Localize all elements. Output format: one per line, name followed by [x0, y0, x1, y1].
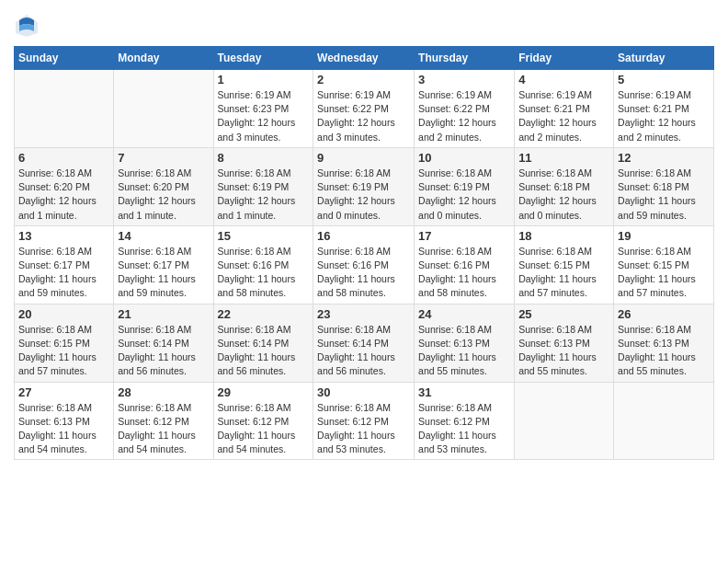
day-info: Sunrise: 6:19 AM Sunset: 6:22 PM Dayligh…: [418, 88, 510, 144]
day-info: Sunrise: 6:18 AM Sunset: 6:12 PM Dayligh…: [218, 401, 310, 457]
day-number: 19: [618, 229, 710, 243]
calendar-week-row: 27Sunrise: 6:18 AM Sunset: 6:13 PM Dayli…: [15, 382, 714, 460]
calendar-day-cell: [614, 382, 714, 460]
calendar-day-cell: 18Sunrise: 6:18 AM Sunset: 6:15 PM Dayli…: [515, 225, 614, 304]
day-info: Sunrise: 6:18 AM Sunset: 6:13 PM Dayligh…: [18, 401, 109, 457]
day-info: Sunrise: 6:18 AM Sunset: 6:18 PM Dayligh…: [618, 167, 710, 223]
logo-icon: [14, 13, 40, 39]
day-number: 4: [518, 73, 609, 86]
day-number: 31: [418, 385, 510, 399]
day-info: Sunrise: 6:18 AM Sunset: 6:15 PM Dayligh…: [618, 245, 710, 301]
calendar-day-cell: 3Sunrise: 6:19 AM Sunset: 6:22 PM Daylig…: [415, 70, 515, 148]
day-info: Sunrise: 6:19 AM Sunset: 6:21 PM Dayligh…: [518, 88, 609, 144]
calendar-day-cell: 9Sunrise: 6:18 AM Sunset: 6:19 PM Daylig…: [313, 147, 415, 225]
calendar-week-row: 6Sunrise: 6:18 AM Sunset: 6:20 PM Daylig…: [15, 147, 714, 225]
day-info: Sunrise: 6:18 AM Sunset: 6:13 PM Dayligh…: [418, 323, 510, 379]
day-info: Sunrise: 6:18 AM Sunset: 6:19 PM Dayligh…: [418, 167, 510, 223]
calendar-day-cell: 2Sunrise: 6:19 AM Sunset: 6:22 PM Daylig…: [313, 70, 415, 148]
day-info: Sunrise: 6:19 AM Sunset: 6:22 PM Dayligh…: [317, 88, 410, 144]
day-info: Sunrise: 6:18 AM Sunset: 6:13 PM Dayligh…: [618, 323, 710, 379]
calendar-day-cell: 4Sunrise: 6:19 AM Sunset: 6:21 PM Daylig…: [515, 70, 614, 148]
calendar-header-wednesday: Wednesday: [313, 47, 415, 70]
calendar-day-cell: 15Sunrise: 6:18 AM Sunset: 6:16 PM Dayli…: [213, 225, 313, 304]
day-number: 30: [317, 385, 410, 399]
day-number: 9: [317, 151, 410, 165]
day-number: 20: [18, 307, 109, 321]
calendar-header-friday: Friday: [515, 47, 614, 70]
calendar-day-cell: 21Sunrise: 6:18 AM Sunset: 6:14 PM Dayli…: [114, 304, 213, 382]
calendar-day-cell: 24Sunrise: 6:18 AM Sunset: 6:13 PM Dayli…: [415, 304, 515, 382]
calendar-day-cell: 13Sunrise: 6:18 AM Sunset: 6:17 PM Dayli…: [15, 225, 114, 304]
day-number: 14: [118, 229, 209, 243]
calendar-header-tuesday: Tuesday: [213, 47, 313, 70]
calendar-day-cell: 1Sunrise: 6:19 AM Sunset: 6:23 PM Daylig…: [213, 70, 313, 148]
calendar-day-cell: 30Sunrise: 6:18 AM Sunset: 6:12 PM Dayli…: [313, 382, 415, 460]
day-number: 27: [18, 385, 109, 399]
calendar-day-cell: 12Sunrise: 6:18 AM Sunset: 6:18 PM Dayli…: [614, 147, 714, 225]
day-info: Sunrise: 6:18 AM Sunset: 6:19 PM Dayligh…: [317, 167, 410, 223]
day-info: Sunrise: 6:18 AM Sunset: 6:16 PM Dayligh…: [317, 245, 410, 301]
day-info: Sunrise: 6:18 AM Sunset: 6:20 PM Dayligh…: [18, 167, 109, 223]
calendar-day-cell: 28Sunrise: 6:18 AM Sunset: 6:12 PM Dayli…: [114, 382, 213, 460]
day-number: 22: [218, 307, 310, 321]
calendar-week-row: 20Sunrise: 6:18 AM Sunset: 6:15 PM Dayli…: [15, 304, 714, 382]
day-number: 18: [518, 229, 609, 243]
day-number: 7: [118, 151, 209, 165]
page-header: [14, 9, 714, 39]
calendar-day-cell: 6Sunrise: 6:18 AM Sunset: 6:20 PM Daylig…: [15, 147, 114, 225]
calendar-day-cell: 26Sunrise: 6:18 AM Sunset: 6:13 PM Dayli…: [614, 304, 714, 382]
calendar-day-cell: 27Sunrise: 6:18 AM Sunset: 6:13 PM Dayli…: [15, 382, 114, 460]
calendar-day-cell: 29Sunrise: 6:18 AM Sunset: 6:12 PM Dayli…: [213, 382, 313, 460]
day-info: Sunrise: 6:18 AM Sunset: 6:12 PM Dayligh…: [317, 401, 410, 457]
day-number: 17: [418, 229, 510, 243]
calendar-table: SundayMondayTuesdayWednesdayThursdayFrid…: [14, 46, 714, 460]
day-number: 16: [317, 229, 410, 243]
day-number: 6: [18, 151, 109, 165]
day-number: 13: [18, 229, 109, 243]
day-info: Sunrise: 6:19 AM Sunset: 6:21 PM Dayligh…: [618, 88, 710, 144]
day-info: Sunrise: 6:18 AM Sunset: 6:15 PM Dayligh…: [18, 323, 109, 379]
day-info: Sunrise: 6:18 AM Sunset: 6:14 PM Dayligh…: [118, 323, 209, 379]
day-info: Sunrise: 6:18 AM Sunset: 6:14 PM Dayligh…: [317, 323, 410, 379]
day-info: Sunrise: 6:18 AM Sunset: 6:17 PM Dayligh…: [18, 245, 109, 301]
calendar-day-cell: 16Sunrise: 6:18 AM Sunset: 6:16 PM Dayli…: [313, 225, 415, 304]
calendar-day-cell: 19Sunrise: 6:18 AM Sunset: 6:15 PM Dayli…: [614, 225, 714, 304]
day-info: Sunrise: 6:18 AM Sunset: 6:17 PM Dayligh…: [118, 245, 209, 301]
day-info: Sunrise: 6:18 AM Sunset: 6:12 PM Dayligh…: [118, 401, 209, 457]
calendar-day-cell: 11Sunrise: 6:18 AM Sunset: 6:18 PM Dayli…: [515, 147, 614, 225]
day-number: 2: [317, 73, 410, 86]
calendar-week-row: 13Sunrise: 6:18 AM Sunset: 6:17 PM Dayli…: [15, 225, 714, 304]
day-number: 29: [218, 385, 310, 399]
calendar-header-monday: Monday: [114, 47, 213, 70]
day-number: 24: [418, 307, 510, 321]
day-info: Sunrise: 6:18 AM Sunset: 6:14 PM Dayligh…: [218, 323, 310, 379]
calendar-day-cell: 17Sunrise: 6:18 AM Sunset: 6:16 PM Dayli…: [415, 225, 515, 304]
day-info: Sunrise: 6:18 AM Sunset: 6:16 PM Dayligh…: [218, 245, 310, 301]
day-info: Sunrise: 6:18 AM Sunset: 6:13 PM Dayligh…: [518, 323, 609, 379]
calendar-day-cell: 23Sunrise: 6:18 AM Sunset: 6:14 PM Dayli…: [313, 304, 415, 382]
day-info: Sunrise: 6:18 AM Sunset: 6:16 PM Dayligh…: [418, 245, 510, 301]
day-info: Sunrise: 6:18 AM Sunset: 6:18 PM Dayligh…: [518, 167, 609, 223]
calendar-header-saturday: Saturday: [614, 47, 714, 70]
day-info: Sunrise: 6:18 AM Sunset: 6:12 PM Dayligh…: [418, 401, 510, 457]
calendar-day-cell: [15, 70, 114, 148]
day-number: 15: [218, 229, 310, 243]
calendar-day-cell: 20Sunrise: 6:18 AM Sunset: 6:15 PM Dayli…: [15, 304, 114, 382]
day-number: 23: [317, 307, 410, 321]
calendar-header-sunday: Sunday: [15, 47, 114, 70]
calendar-day-cell: 5Sunrise: 6:19 AM Sunset: 6:21 PM Daylig…: [614, 70, 714, 148]
calendar-day-cell: [515, 382, 614, 460]
day-number: 11: [518, 151, 609, 165]
calendar-day-cell: [114, 70, 213, 148]
calendar-day-cell: 25Sunrise: 6:18 AM Sunset: 6:13 PM Dayli…: [515, 304, 614, 382]
day-number: 3: [418, 73, 510, 86]
day-info: Sunrise: 6:19 AM Sunset: 6:23 PM Dayligh…: [218, 88, 310, 144]
calendar-week-row: 1Sunrise: 6:19 AM Sunset: 6:23 PM Daylig…: [15, 70, 714, 148]
logo: [14, 13, 41, 39]
day-number: 25: [518, 307, 609, 321]
day-number: 21: [118, 307, 209, 321]
calendar-day-cell: 22Sunrise: 6:18 AM Sunset: 6:14 PM Dayli…: [213, 304, 313, 382]
calendar-header-thursday: Thursday: [415, 47, 515, 70]
day-info: Sunrise: 6:18 AM Sunset: 6:15 PM Dayligh…: [518, 245, 609, 301]
day-info: Sunrise: 6:18 AM Sunset: 6:19 PM Dayligh…: [218, 167, 310, 223]
